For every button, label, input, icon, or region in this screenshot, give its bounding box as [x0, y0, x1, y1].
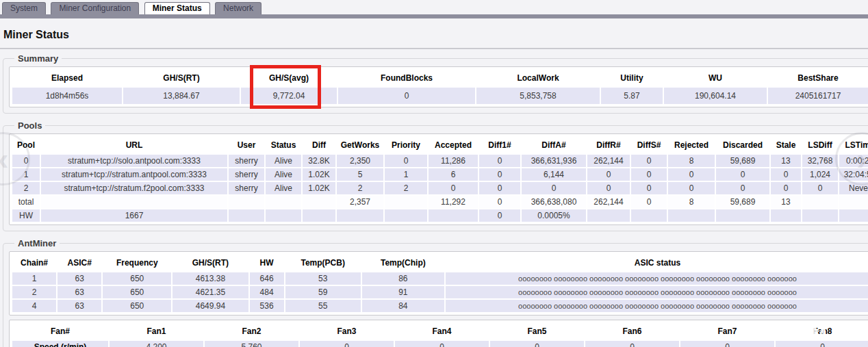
cell: 1 — [385, 168, 427, 181]
cell — [802, 209, 838, 222]
table-row: 2stratum+tcp://stratum.f2pool.com:3333sh… — [12, 182, 868, 194]
header-cell: Discarded — [716, 137, 769, 153]
cell — [266, 209, 301, 222]
header-cell: LSDiff — [802, 137, 838, 153]
cell: 9,772.04 — [241, 88, 337, 104]
header-cell: GetWorks — [337, 137, 383, 153]
cell: 11,292 — [429, 196, 478, 208]
cell: 32.8K — [303, 155, 335, 167]
header-cell: Fan3 — [300, 323, 394, 339]
cell: 0 — [587, 168, 630, 181]
cell: 0 — [490, 341, 584, 347]
tab-system[interactable]: System — [2, 2, 46, 14]
fan-table-box: Fan#Fan1Fan2Fan3Fan4Fan5Fan6Fan7Fan8 Spe… — [9, 320, 868, 347]
chain-table-box: Chain#ASIC#FrequencyGH/S(RT)HWTemp(PCB)T… — [9, 251, 868, 316]
cell: 8 — [668, 155, 715, 167]
table-row: 4636504649.945365584oooooooo oooooooo oo… — [12, 300, 868, 312]
cell: 0 — [631, 155, 667, 167]
cell: 650 — [103, 300, 171, 312]
header-cell: Fan7 — [680, 323, 774, 339]
table-row: 1d8h4m56s13,884.679,772.0405,853,7585.87… — [12, 88, 868, 104]
cell: 86 — [362, 272, 444, 285]
cell: 1.02K — [303, 168, 335, 181]
summary-legend: Summary — [14, 53, 62, 64]
cell: 0 — [668, 182, 715, 194]
header-cell: Utility — [601, 70, 663, 86]
header-cell: ASIC# — [58, 255, 101, 271]
chain-table: Chain#ASIC#FrequencyGH/S(RT)HWTemp(PCB)T… — [11, 253, 868, 313]
header-cell: Fan8 — [776, 323, 868, 339]
cell: 484 — [250, 286, 284, 298]
cell: 0 — [631, 196, 667, 208]
cell — [587, 209, 630, 222]
tab-network[interactable]: Network — [215, 2, 261, 14]
cell — [668, 209, 715, 222]
header-cell: Priority — [385, 137, 427, 153]
cell: 0 — [395, 341, 489, 347]
cell: 1,024 — [802, 168, 838, 181]
cell: 32,768 — [802, 155, 838, 167]
cell — [429, 209, 478, 222]
cell: 6,144 — [522, 168, 586, 181]
header-cell: Fan2 — [205, 323, 298, 339]
cell: 59,689 — [716, 196, 769, 208]
cell: 63 — [58, 272, 101, 285]
header-cell: Status — [266, 137, 301, 153]
cell: 2 — [12, 286, 56, 298]
cell: 1 — [12, 272, 56, 285]
header-cell: DiffR# — [587, 137, 630, 153]
cell: 536 — [250, 300, 284, 312]
cell: 63 — [58, 300, 101, 312]
cell: 0 — [522, 182, 586, 194]
cell: 650 — [103, 286, 171, 298]
cell: 59,689 — [716, 155, 769, 167]
cell — [303, 209, 335, 222]
cell: 366,631,936 — [522, 155, 586, 167]
table-header-row: Chain#ASIC#FrequencyGH/S(RT)HWTemp(PCB)T… — [12, 255, 868, 271]
cell — [839, 196, 868, 208]
cell: 262,144 — [587, 196, 630, 208]
cell — [303, 196, 335, 208]
cell: 0 — [479, 168, 520, 181]
header-cell: Fan# — [12, 323, 108, 339]
cell: Alive — [266, 182, 301, 194]
header-cell: DiffS# — [631, 137, 667, 153]
title-divider — [0, 48, 868, 49]
cell: 4 — [12, 300, 56, 312]
cell: oooooooo oooooooo oooooooo oooooooo oooo… — [446, 272, 868, 285]
table-row: HW166700.0005% — [12, 209, 868, 222]
header-cell: BestShare — [768, 70, 868, 86]
cell — [266, 196, 301, 208]
antminer-section: AntMiner Chain#ASIC#FrequencyGH/S(RT)HWT… — [3, 238, 868, 347]
cell: 0 — [479, 196, 520, 208]
cell: Speed (r/min) — [12, 341, 108, 347]
summary-section: Summary ElapsedGH/S(RT)GH/S(avg)FoundBlo… — [3, 53, 868, 114]
table-header-row: ElapsedGH/S(RT)GH/S(avg)FoundBlocksLocal… — [12, 70, 868, 86]
cell — [41, 196, 227, 208]
header-cell: Frequency — [103, 255, 171, 271]
cell: Alive — [266, 155, 301, 167]
header-cell: Elapsed — [12, 70, 122, 86]
cell — [229, 209, 264, 222]
header-cell: URL — [41, 137, 227, 153]
header-cell: Temp(PCB) — [285, 255, 361, 271]
cell — [716, 209, 769, 222]
cell: oooooooo oooooooo oooooooo oooooooo oooo… — [446, 286, 868, 298]
header-cell: Accepted — [429, 137, 478, 153]
cell: 91 — [362, 286, 444, 298]
cell: 262,144 — [587, 155, 630, 167]
cell: oooooooo oooooooo oooooooo oooooooo oooo… — [446, 300, 868, 312]
cell: 646 — [250, 272, 284, 285]
header-cell: Fan1 — [110, 323, 203, 339]
fan-table: Fan#Fan1Fan2Fan3Fan4Fan5Fan6Fan7Fan8 Spe… — [11, 322, 868, 347]
cell — [337, 209, 383, 222]
header-cell: DiffA# — [522, 137, 586, 153]
cell: 0 — [771, 182, 801, 194]
cell: 0 — [479, 155, 520, 167]
tab-miner-status[interactable]: Miner Status — [144, 2, 210, 14]
header-cell: Chain# — [12, 255, 56, 271]
tab-miner-configuration[interactable]: Miner Configuration — [51, 2, 139, 14]
header-cell: LocalWork — [476, 70, 600, 86]
cell: 190,604.14 — [664, 88, 767, 104]
table-header-row: Fan#Fan1Fan2Fan3Fan4Fan5Fan6Fan7Fan8 — [12, 323, 868, 339]
